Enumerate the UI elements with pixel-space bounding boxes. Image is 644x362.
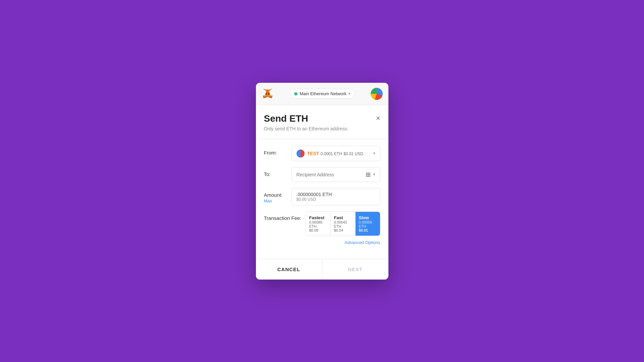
to-field-row: To: ⊞ ▾: [264, 167, 380, 182]
modal-title-row: Send ETH ×: [264, 113, 380, 124]
metamask-fox-logo: [261, 87, 274, 100]
recipient-address-input[interactable]: [297, 172, 366, 177]
to-label: To:: [264, 167, 287, 177]
from-dropdown[interactable]: TEST 0.0001 ETH $0.01 USD ▾: [291, 146, 380, 161]
fee-slow-usd: $0.01: [359, 228, 377, 232]
fee-option-slow[interactable]: Slow 0.00006 ETH $0.01: [356, 212, 380, 236]
amount-input-container[interactable]: .000000001 ETH $0.00 USD: [291, 188, 380, 205]
from-chevron-icon: ▾: [373, 151, 375, 156]
fee-fastest-title: Fastest: [309, 215, 327, 220]
account-avatar[interactable]: [371, 88, 383, 100]
amount-label: Amount:: [264, 188, 287, 198]
modal-footer: CANCEL NEXT: [256, 259, 388, 280]
svg-point-20: [268, 93, 269, 95]
from-info: TEST 0.0001 ETH $0.01 USD: [307, 150, 363, 157]
from-name: TEST: [307, 151, 319, 156]
fee-fast-eth: 0.00042 ETH: [334, 220, 352, 228]
network-selector[interactable]: Main Ethereum Network ▾: [290, 89, 355, 99]
advanced-options-link[interactable]: Advanced Options: [344, 240, 380, 245]
to-chevron-icon: ▾: [373, 172, 375, 177]
network-label: Main Ethereum Network: [300, 91, 346, 96]
form-section: From: TEST 0.0001 ETH $0.01 USD ▾: [264, 139, 380, 259]
from-field-row: From: TEST 0.0001 ETH $0.01 USD ▾: [264, 146, 380, 161]
from-control: TEST 0.0001 ETH $0.01 USD ▾: [291, 146, 380, 161]
from-usd-balance: $0.01 USD: [343, 152, 363, 156]
from-eth-balance: 0.0001 ETH: [321, 152, 342, 156]
next-button[interactable]: NEXT: [322, 259, 388, 280]
modal-subtitle: Only send ETH to an Ethereum address.: [264, 126, 380, 131]
fee-slow-eth: 0.00006 ETH: [359, 220, 377, 228]
close-button[interactable]: ×: [376, 115, 380, 122]
to-control: ⊞ ▾: [291, 167, 380, 182]
max-link[interactable]: Max: [264, 198, 287, 203]
from-left: TEST 0.0001 ETH $0.01 USD: [297, 149, 363, 158]
svg-point-19: [266, 93, 267, 95]
network-chevron-icon: ▾: [348, 92, 351, 96]
svg-marker-11: [267, 92, 268, 94]
svg-marker-16: [267, 94, 268, 97]
fee-option-fastest[interactable]: Fastest 0.00086 ETH $0.08: [306, 212, 331, 236]
from-avatar: [297, 149, 305, 158]
fee-options: Fastest 0.00086 ETH $0.08 Fast 0.00042 E…: [306, 212, 380, 236]
amount-field-row: Amount: Max .000000001 ETH $0.00 USD: [264, 188, 380, 205]
qr-scan-icon[interactable]: ⊞: [366, 171, 371, 178]
fee-option-fast[interactable]: Fast 0.00042 ETH $0.04: [331, 212, 356, 236]
from-label: From:: [264, 146, 287, 156]
fee-fast-title: Fast: [334, 215, 352, 220]
fee-label: Transaction Fee:: [264, 212, 302, 222]
fee-field-row: Transaction Fee: Fastest 0.00086 ETH $0.…: [264, 212, 380, 236]
fee-fast-usd: $0.04: [334, 228, 352, 232]
metamask-modal: Main Ethereum Network ▾ Send ETH × Only …: [256, 83, 388, 280]
to-input-container: ⊞ ▾: [291, 167, 380, 182]
cancel-button[interactable]: CANCEL: [256, 259, 322, 280]
fee-fastest-usd: $0.08: [309, 228, 327, 232]
network-status-dot: [294, 92, 298, 96]
fee-fastest-eth: 0.00086 ETH: [309, 220, 327, 228]
to-icons: ⊞ ▾: [366, 171, 375, 178]
fee-slow-title: Slow: [359, 215, 377, 220]
amount-eth-value: .000000001 ETH: [297, 192, 375, 197]
amount-usd-value: $0.00 USD: [297, 197, 375, 202]
modal-title: Send ETH: [264, 113, 308, 124]
top-bar: Main Ethereum Network ▾: [256, 83, 388, 105]
amount-label-block: Amount: Max: [264, 188, 287, 203]
modal-content: Send ETH × Only send ETH to an Ethereum …: [256, 105, 388, 259]
advanced-options-row: Advanced Options: [264, 239, 380, 245]
